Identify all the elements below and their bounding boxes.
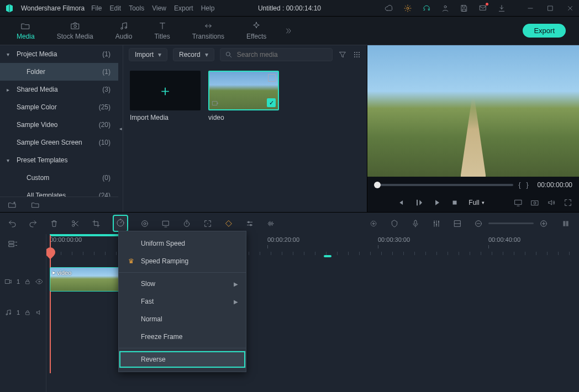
media-item-video[interactable]: ✓ video (208, 71, 279, 121)
library-footer (0, 197, 118, 212)
quality-dropdown[interactable]: Full ▾ (469, 199, 484, 206)
panel-drag-handle[interactable] (118, 45, 123, 212)
ctx-slow[interactable]: Slow▶ (119, 275, 246, 293)
adjust-icon[interactable] (245, 219, 254, 228)
seek-handle[interactable] (374, 182, 381, 188)
cut-icon[interactable] (71, 219, 80, 228)
export-button[interactable]: Export (523, 24, 566, 38)
prev-frame-icon[interactable] (397, 199, 404, 206)
audio-track-header[interactable]: 1 (0, 297, 46, 328)
tab-media[interactable]: Media (6, 18, 46, 43)
menu-export[interactable]: Export (174, 4, 193, 12)
zoom-out-icon[interactable] (474, 219, 483, 228)
fullscreen-icon[interactable] (564, 198, 572, 207)
headset-icon[interactable] (422, 4, 431, 13)
maximize-icon[interactable] (546, 4, 555, 13)
cloud-icon[interactable] (385, 4, 393, 13)
render-icon[interactable] (453, 219, 462, 228)
filter-icon[interactable] (338, 50, 347, 59)
tab-titles[interactable]: Titles (143, 18, 181, 43)
ctx-freeze[interactable]: Freeze Frame (119, 328, 246, 346)
mic-icon[interactable] (411, 219, 420, 228)
ctx-uniform-speed[interactable]: Uniform Speed (119, 235, 246, 252)
lib-sample-green[interactable]: Sample Green Screen (10) (0, 134, 118, 151)
ctx-normal[interactable]: Normal (119, 310, 246, 328)
search-input[interactable] (236, 50, 328, 59)
zoom-slider[interactable] (488, 223, 534, 224)
crop-icon[interactable] (92, 219, 101, 228)
minimize-icon[interactable] (526, 4, 535, 13)
focus-icon[interactable] (203, 219, 212, 228)
ctx-fast-label: Fast (141, 298, 154, 305)
more-modules-icon[interactable] (283, 27, 294, 35)
lib-sample-color[interactable]: Sample Color (25) (0, 98, 118, 116)
tab-stock-media[interactable]: Stock Media (46, 18, 104, 43)
menu-tools[interactable]: Tools (129, 4, 144, 12)
ctx-reverse[interactable]: Reverse (119, 351, 246, 368)
redo-icon[interactable] (29, 219, 38, 228)
svg-point-48 (9, 313, 10, 314)
lib-preset[interactable]: ▾ Preset Templates (0, 151, 118, 169)
color-icon[interactable] (140, 219, 149, 228)
new-folder-icon[interactable] (8, 200, 17, 209)
snapshot-icon[interactable] (530, 198, 539, 207)
record-dropdown[interactable]: Record ▾ (173, 48, 214, 61)
menu-view[interactable]: View (152, 4, 166, 12)
sun-icon[interactable] (403, 4, 412, 13)
play-pause-icon[interactable] (414, 198, 423, 207)
lock-icon[interactable] (24, 278, 31, 285)
lib-all-templates[interactable]: All Templates (24) (0, 187, 118, 197)
menu-help[interactable]: Help (201, 4, 215, 12)
delete-icon[interactable] (50, 219, 59, 228)
video-track-header[interactable]: 1 (0, 266, 46, 297)
tab-transitions[interactable]: Transitions (181, 18, 235, 43)
svg-point-27 (144, 223, 146, 225)
import-dropdown[interactable]: Import ▾ (129, 48, 167, 61)
lib-folder[interactable]: Folder (1) (0, 63, 118, 81)
speaker-icon[interactable] (35, 309, 43, 316)
fit-timeline-icon[interactable] (560, 219, 571, 228)
lib-project-media[interactable]: ▾ Project Media (1) (0, 45, 118, 63)
ctx-fast[interactable]: Fast▶ (119, 293, 246, 310)
lib-sample-video[interactable]: Sample Video (20) (0, 116, 118, 134)
tab-audio[interactable]: Audio (104, 18, 144, 43)
preview-canvas[interactable] (367, 45, 579, 177)
mark-out-label[interactable]: } (527, 181, 529, 189)
import-media-tile[interactable]: ＋ Import Media (130, 71, 201, 121)
audio-wave-icon[interactable] (266, 219, 275, 228)
timer-icon[interactable] (182, 219, 191, 228)
mixer-icon[interactable] (432, 219, 441, 228)
menu-file[interactable]: File (91, 4, 102, 12)
folder-open-icon[interactable] (31, 200, 40, 209)
track-manager-icon[interactable] (8, 240, 18, 250)
lib-custom[interactable]: Custom (0) (0, 169, 118, 187)
menu-edit[interactable]: Edit (110, 4, 122, 12)
marker-add-icon[interactable] (369, 219, 378, 228)
zoom-in-icon[interactable] (539, 219, 548, 228)
grid-view-icon[interactable] (352, 50, 361, 59)
stop-icon[interactable] (451, 199, 459, 206)
mark-in-label[interactable]: { (519, 181, 521, 189)
marker-icon[interactable] (390, 219, 399, 228)
search-media[interactable] (220, 48, 333, 61)
eye-icon[interactable] (35, 278, 43, 285)
play-icon[interactable] (433, 199, 441, 206)
timeline-clip[interactable]: ▸video (50, 267, 119, 292)
download-icon[interactable] (497, 4, 506, 13)
display-icon[interactable] (514, 198, 523, 207)
user-icon[interactable] (441, 4, 450, 13)
lib-shared-media[interactable]: ▸ Shared Media (3) (0, 81, 118, 98)
lock-icon[interactable] (24, 309, 31, 316)
close-icon[interactable] (566, 4, 575, 13)
undo-icon[interactable] (8, 219, 17, 228)
keyframe-icon[interactable] (224, 219, 233, 228)
tab-effects[interactable]: Effects (235, 18, 277, 43)
track-headers: 1 1 (0, 234, 46, 392)
ctx-speed-ramping[interactable]: ♛Speed Ramping (119, 252, 246, 270)
save-icon[interactable] (460, 4, 469, 13)
screen-icon[interactable] (161, 219, 170, 228)
message-icon[interactable] (478, 4, 487, 13)
speed-tool-button[interactable] (113, 215, 128, 232)
volume-icon[interactable] (547, 198, 556, 207)
seek-bar[interactable] (374, 184, 513, 186)
